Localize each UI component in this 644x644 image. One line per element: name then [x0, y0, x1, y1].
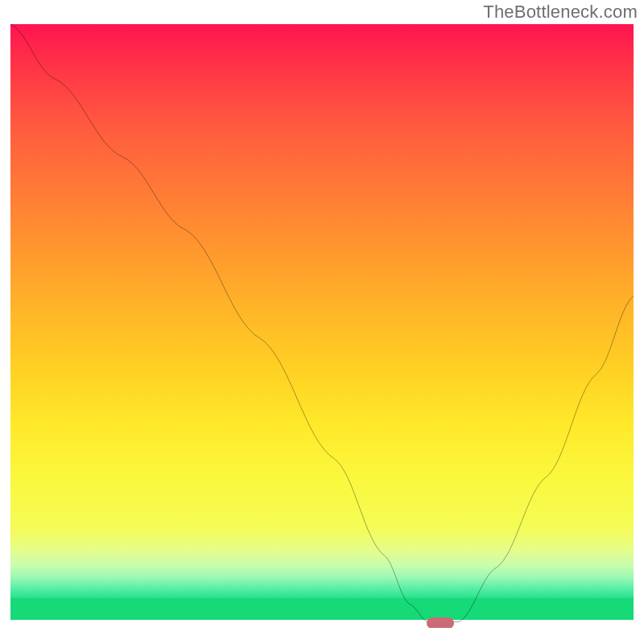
curve-svg: [10, 24, 634, 628]
attribution-label: TheBottleneck.com: [483, 2, 638, 23]
bottleneck-curve-path: [10, 24, 634, 622]
plot-area: [10, 24, 634, 628]
bottleneck-chart: TheBottleneck.com: [0, 0, 644, 644]
optimal-marker: [427, 617, 454, 628]
